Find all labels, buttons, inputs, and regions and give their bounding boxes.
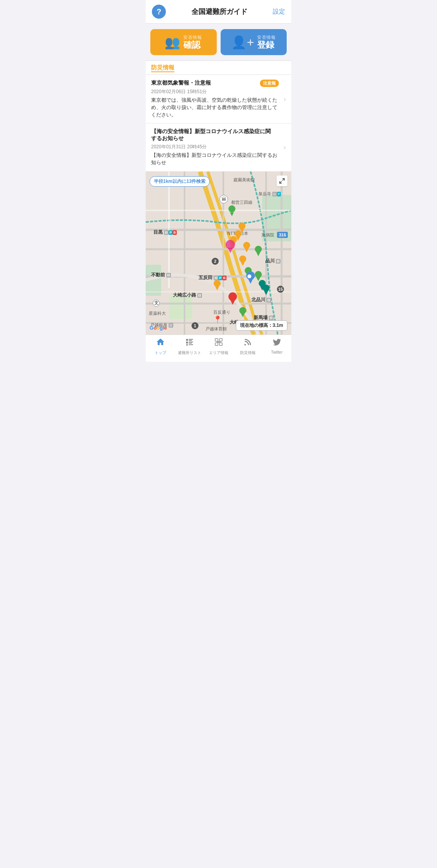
google-logo: Google [150,325,167,331]
news-title-2: 【海の安全情報】新型コロナウイルス感染症に関するお知らせ [151,128,276,142]
map-label-1: 1 [192,322,198,329]
app-header: ? 全国避難所ガイド 設定 [146,0,291,24]
nav-label-shelter-list: 避難所リスト [178,350,201,356]
svg-rect-56 [189,343,192,344]
svg-rect-58 [189,344,193,345]
svg-rect-53 [189,340,192,341]
svg-rect-59 [215,339,218,341]
action-buttons: 👥 安否情報 確認 👤+ 安否情報 登録 [146,24,291,61]
map-label-osakirojuku: 大崎広小路 ⊟ [173,292,202,299]
nav-item-area[interactable]: エリア情報 [204,337,233,356]
section-header: 防災情報 [146,61,291,75]
map-label-hoshi: 星薬科大 [149,311,166,316]
nav-item-disaster[interactable]: 防災情報 [233,337,262,356]
news-date-1: 2020年02月06日 15時51分 [151,89,279,95]
area-icon [214,337,223,349]
twitter-icon [272,337,282,349]
nav-label-top: トップ [155,350,166,356]
map-label-fudomain: 不動前 ⊟ [151,272,171,278]
confirm-sub: 安否情報 [183,35,202,40]
svg-point-63 [218,341,219,343]
news-body-1: 東京都では、強風や高波、空気の乾燥した状態が続くため、火の取り扱い、霜に対する農… [151,97,279,118]
svg-rect-55 [189,342,193,342]
map-label-bun: 文 [153,300,160,307]
rss-icon [243,337,252,349]
confirm-main: 確認 [183,40,200,50]
register-button[interactable]: 👤+ 安否情報 登録 [221,29,287,55]
svg-rect-3 [169,296,192,319]
list-icon [185,337,194,349]
elevation-badge: 現在地の標高：3.1m [236,320,287,331]
map-label-shinagawa: 品川 ⊟ [265,258,280,264]
map-label-15: 15 [277,286,284,293]
svg-rect-54 [186,342,188,344]
bottom-nav: トップ 避難所リスト エリア情報 [146,335,291,362]
svg-rect-52 [189,339,193,340]
news-date-2: 2020年01月31日 20時45分 [151,144,279,150]
nav-item-shelter-list[interactable]: 避難所リスト [175,337,204,356]
map-label-kitashinagawa: 北品川 ⊟ [251,297,271,303]
map-search-badge[interactable]: 半径1km以内に13件検索 [150,176,210,187]
map-label-mita: 都営三田線 [231,200,252,205]
svg-rect-57 [186,344,188,345]
map-label-togoshi-gym: 戸越体育館 [205,326,227,332]
news-badge-1: 注意報 [260,80,279,87]
map-label-316: 316 [277,232,288,238]
svg-rect-51 [186,339,188,341]
nav-label-twitter: Twitter [271,350,282,354]
nav-item-twitter[interactable]: Twitter [262,337,291,356]
nav-label-area: エリア情報 [209,350,228,356]
map-label-garden: 庭園美術館 [233,177,255,183]
news-list: 東京都気象警報・注意報 注意報 2020年02月06日 15時51分 東京都では… [146,75,291,172]
app-title: 全国避難所ガイド [192,7,247,16]
map-container[interactable]: 半径1km以内に13件検索 庭園美術館 泉岳寺 ⊟P 都営三田線 目黒 ⊟PB … [146,172,291,335]
map-label-sengakuji: 泉岳寺 ⊟P [258,191,281,197]
confirm-icon: 👥 [165,35,180,50]
location-pin-icon: 📍 [213,315,222,324]
settings-button[interactable]: 設定 [273,8,285,16]
map-label-meguro: 目黒 ⊟PB [153,229,177,236]
map-label-hyakuten: 百反通り [213,309,230,315]
register-icon: 👤+ [231,35,254,50]
chevron-right-icon-1: › [284,95,286,103]
nav-item-top[interactable]: トップ [146,337,175,356]
map-label-gotanda: 五反田 ⊟PB [198,274,226,281]
svg-rect-61 [215,343,218,345]
map-label-ntt: NTT東日本 [227,231,248,236]
map-label-hospital: 東病院 [261,232,274,238]
help-button[interactable]: ? [152,5,166,19]
svg-rect-62 [219,343,222,345]
home-icon [156,337,165,349]
chevron-right-icon-2: › [284,143,286,151]
news-item-1[interactable]: 東京都気象警報・注意報 注意報 2020年02月06日 15時51分 東京都では… [146,75,291,123]
news-title-1: 東京都気象警報・注意報 [151,80,257,87]
register-main: 登録 [257,40,274,50]
svg-point-66 [244,344,246,345]
news-body-2: 【海の安全情報】新型コロナウイルス感染症に関するお知らせ [151,152,279,167]
svg-rect-60 [219,339,222,341]
register-sub: 安否情報 [257,35,276,40]
nav-label-disaster: 防災情報 [240,350,256,356]
map-expand-button[interactable] [277,175,287,186]
map-icon-building: 🏛 [219,195,228,203]
map-label-route2: 2 [212,258,219,265]
news-item-2[interactable]: 【海の安全情報】新型コロナウイルス感染症に関するお知らせ 2020年01月31日… [146,123,291,172]
confirm-button[interactable]: 👥 安否情報 確認 [150,29,217,55]
